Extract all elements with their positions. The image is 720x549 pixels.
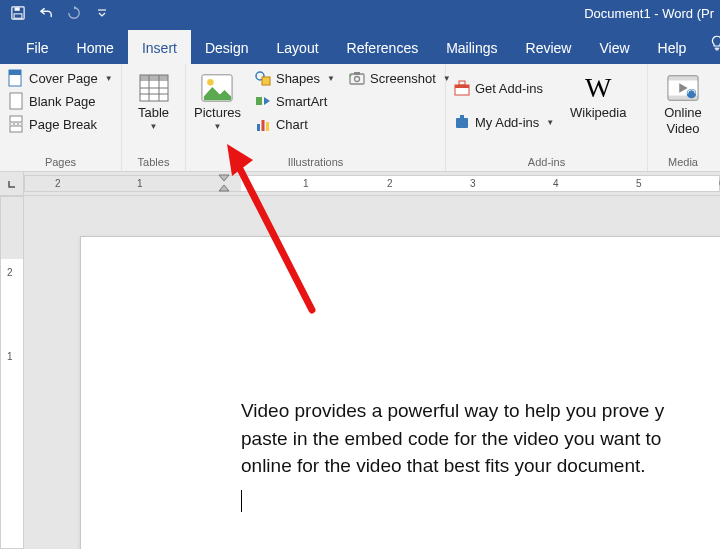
group-addins: Get Add-ins My Add-ins ▼ W Wikipedia Add… <box>446 64 648 171</box>
svg-point-19 <box>208 79 215 86</box>
tab-file[interactable]: File <box>12 30 63 64</box>
svg-rect-8 <box>10 93 22 109</box>
workspace: 2 1 Video provides a powerful way to hel… <box>0 196 720 549</box>
group-illustrations: Pictures ▼ Shapes ▼ SmartArt Chart <box>186 64 446 171</box>
document-scroll-area[interactable]: Video provides a powerful way to help yo… <box>24 196 720 549</box>
ribbon-tab-strip: File Home Insert Design Layout Reference… <box>0 26 720 64</box>
text-line: online for the video that best fits your… <box>241 452 720 480</box>
pictures-button[interactable]: Pictures ▼ <box>192 68 243 131</box>
svg-rect-33 <box>456 118 468 128</box>
tab-design[interactable]: Design <box>191 30 263 64</box>
svg-rect-2 <box>14 14 22 18</box>
lightbulb-icon <box>708 34 720 52</box>
chevron-down-icon <box>97 8 107 18</box>
blank-page-label: Blank Page <box>29 94 96 109</box>
svg-rect-22 <box>256 97 262 105</box>
undo-icon <box>38 6 54 20</box>
svg-rect-36 <box>668 76 698 81</box>
svg-rect-1 <box>15 7 20 11</box>
chart-icon <box>255 116 271 132</box>
window-title: Document1 - Word (Pr <box>584 6 720 21</box>
undo-button[interactable] <box>38 5 54 21</box>
text-line: Video provides a powerful way to help yo… <box>241 397 720 425</box>
group-illustrations-label: Illustrations <box>186 154 445 171</box>
title-bar: Document1 - Word (Pr <box>0 0 720 26</box>
screenshot-icon: + <box>349 70 365 86</box>
shapes-icon <box>255 70 271 86</box>
chart-label: Chart <box>276 117 308 132</box>
tab-home[interactable]: Home <box>63 30 128 64</box>
document-body-text[interactable]: Video provides a powerful way to help yo… <box>241 397 720 515</box>
pictures-label: Pictures <box>194 106 241 120</box>
page-break-label: Page Break <box>29 117 97 132</box>
svg-rect-25 <box>266 122 269 131</box>
horizontal-ruler-wrap: 2 1 1 2 3 4 5 6 <box>0 172 720 196</box>
redo-icon <box>67 6 81 20</box>
online-video-icon <box>667 72 699 104</box>
tab-review[interactable]: Review <box>512 30 586 64</box>
tab-selector-icon[interactable] <box>6 178 18 190</box>
svg-rect-34 <box>460 115 464 119</box>
cover-page-label: Cover Page <box>29 71 98 86</box>
smartart-label: SmartArt <box>276 94 327 109</box>
vertical-ruler[interactable]: 2 1 <box>0 196 24 549</box>
store-icon <box>454 80 470 96</box>
group-media: Online Video Media <box>648 64 718 171</box>
shapes-button[interactable]: Shapes ▼ <box>253 68 337 88</box>
screenshot-button[interactable]: + Screenshot ▼ <box>347 68 453 88</box>
svg-rect-10 <box>10 126 22 132</box>
chevron-down-icon: ▼ <box>546 118 554 127</box>
group-pages-label: Pages <box>0 154 121 171</box>
tab-insert[interactable]: Insert <box>128 30 191 64</box>
tab-mailings[interactable]: Mailings <box>432 30 511 64</box>
save-button[interactable] <box>10 5 26 21</box>
indent-marker-icon[interactable] <box>218 174 230 196</box>
wikipedia-icon: W <box>582 72 614 104</box>
svg-rect-21 <box>262 77 270 85</box>
pictures-icon <box>201 72 233 104</box>
wikipedia-button[interactable]: W Wikipedia <box>562 68 634 120</box>
svg-rect-24 <box>261 120 264 131</box>
chevron-down-icon: ▼ <box>150 122 158 131</box>
qat-customize-button[interactable] <box>94 5 110 21</box>
svg-point-38 <box>687 89 696 98</box>
cover-page-button[interactable]: Cover Page ▼ <box>6 68 115 88</box>
svg-rect-7 <box>9 70 21 75</box>
tab-view[interactable]: View <box>585 30 643 64</box>
quick-access-toolbar <box>0 5 110 21</box>
tell-me-button[interactable] <box>700 26 720 64</box>
tab-references[interactable]: References <box>333 30 433 64</box>
group-pages: Cover Page ▼ Blank Page Page Break Pages <box>0 64 122 171</box>
page-break-icon <box>8 116 24 132</box>
chevron-down-icon: ▼ <box>105 74 113 83</box>
svg-rect-32 <box>459 81 465 85</box>
svg-text:+: + <box>349 72 353 78</box>
table-icon <box>138 72 170 104</box>
my-addins-label: My Add-ins <box>475 115 539 130</box>
group-tables: Table ▼ Tables <box>122 64 186 171</box>
horizontal-ruler[interactable]: 2 1 1 2 3 4 5 6 <box>24 175 720 192</box>
page-break-button[interactable]: Page Break <box>6 114 115 134</box>
smartart-icon <box>255 93 271 109</box>
cover-page-icon <box>8 70 24 86</box>
online-video-label-2: Video <box>666 122 699 136</box>
online-video-button[interactable]: Online Video <box>654 68 712 137</box>
tab-help[interactable]: Help <box>644 30 701 64</box>
ribbon: Cover Page ▼ Blank Page Page Break Pages <box>0 64 720 172</box>
my-addins-button[interactable]: My Add-ins ▼ <box>452 112 556 132</box>
document-page[interactable]: Video provides a powerful way to help yo… <box>80 236 720 549</box>
get-addins-button[interactable]: Get Add-ins <box>452 78 556 98</box>
tab-layout[interactable]: Layout <box>263 30 333 64</box>
table-button[interactable]: Table ▼ <box>128 68 179 131</box>
addins-icon <box>454 114 470 130</box>
blank-page-button[interactable]: Blank Page <box>6 91 115 111</box>
redo-button[interactable] <box>66 5 82 21</box>
table-label: Table <box>138 106 169 120</box>
blank-page-icon <box>8 93 24 109</box>
text-line: paste in the embed code for the video yo… <box>241 425 720 453</box>
shapes-label: Shapes <box>276 71 320 86</box>
chart-button[interactable]: Chart <box>253 114 337 134</box>
svg-rect-23 <box>257 124 260 131</box>
ruler-corner <box>0 172 24 195</box>
smartart-button[interactable]: SmartArt <box>253 91 337 111</box>
